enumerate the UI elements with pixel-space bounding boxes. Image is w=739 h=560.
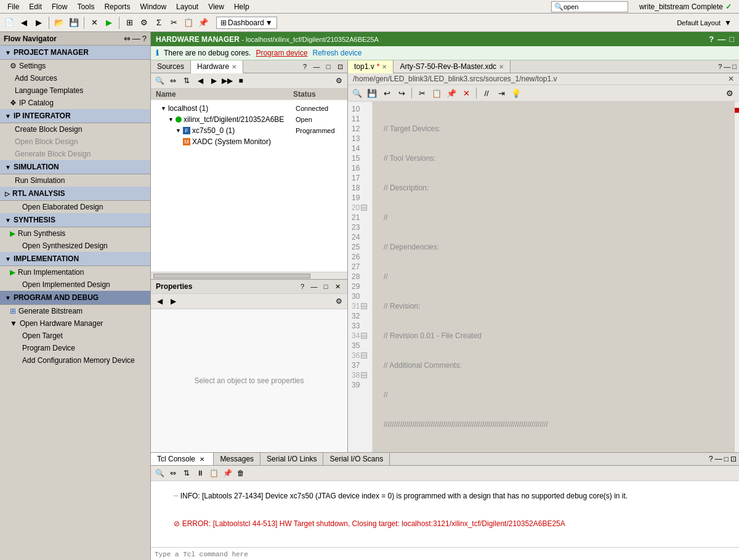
src-collapse-btn[interactable]: ⇔ xyxy=(167,75,179,87)
fold-btn-31[interactable]: — xyxy=(361,303,367,309)
ed-comment-btn[interactable]: // xyxy=(480,86,493,100)
props-gear-btn[interactable]: ⚙ xyxy=(333,295,345,307)
ed-save-btn[interactable]: 💾 xyxy=(365,86,379,100)
menu-edit[interactable]: Edit xyxy=(24,1,47,12)
back-btn[interactable]: ◀ xyxy=(17,16,31,30)
console-input[interactable] xyxy=(155,551,735,558)
props-min-icon[interactable]: — xyxy=(309,282,319,291)
props-max-icon[interactable]: ✕ xyxy=(333,282,342,291)
editor-path-close-icon[interactable]: ✕ xyxy=(728,75,734,83)
pad-header[interactable]: ▼ PROGRAM AND DEBUG xyxy=(0,291,150,305)
nav-ip-catalog[interactable]: ❖ IP Catalog xyxy=(0,97,150,109)
tab-hardware-close-icon[interactable]: ✕ xyxy=(232,63,236,70)
con-pause-btn[interactable]: ⏸ xyxy=(194,467,206,479)
hw-min-icon[interactable]: — xyxy=(717,34,725,44)
sources-scrollbar[interactable] xyxy=(151,272,347,279)
tree-row-localhost[interactable]: ▼ localhost (1) Connected xyxy=(151,103,347,114)
tab-help-icon[interactable]: ? xyxy=(300,62,310,71)
nav-open-elaborated-design[interactable]: Open Elaborated Design xyxy=(0,201,150,213)
new-file-btn[interactable]: 📄 xyxy=(2,16,16,30)
ed-light-btn[interactable]: 💡 xyxy=(509,86,523,100)
tab-sources[interactable]: Sources xyxy=(151,60,191,73)
help-icon[interactable]: ? xyxy=(142,34,147,43)
tcl-close-icon[interactable]: ✕ xyxy=(197,456,207,463)
ed-gear-btn[interactable]: ⚙ xyxy=(723,86,737,100)
nav-open-synthesized-design[interactable]: Open Synthesized Design xyxy=(0,240,150,252)
tab-hardware[interactable]: Hardware ✕ xyxy=(191,60,243,73)
close-btn[interactable]: ✕ xyxy=(87,16,101,30)
settings-btn[interactable]: ⚙ xyxy=(137,16,151,30)
forward-btn[interactable]: ▶ xyxy=(32,16,46,30)
menu-reports[interactable]: Reports xyxy=(99,1,135,12)
con-collapse-btn[interactable]: ⇔ xyxy=(167,467,179,479)
editor-min-icon[interactable]: — xyxy=(724,63,730,70)
tab-restore-icon[interactable]: □ xyxy=(323,62,333,71)
nav-add-sources[interactable]: Add Sources xyxy=(0,72,150,84)
con-restore-icon[interactable]: □ xyxy=(724,455,729,463)
ip-integrator-header[interactable]: ▼ IP INTEGRATOR xyxy=(0,109,150,123)
run-btn[interactable]: ▶ xyxy=(102,16,116,30)
console-tab-tcl[interactable]: Tcl Console ✕ xyxy=(151,453,214,465)
ed-cut-btn[interactable]: ✂ xyxy=(415,86,429,100)
simulation-header[interactable]: ▼ SIMULATION xyxy=(0,160,150,174)
con-paste-btn[interactable]: 📌 xyxy=(221,467,233,479)
ed-undo-btn[interactable]: ↩ xyxy=(380,86,394,100)
synthesis-header[interactable]: ▼ SYNTHESIS xyxy=(0,213,150,227)
con-search-btn[interactable]: 🔍 xyxy=(153,467,166,479)
hw-help-icon[interactable]: ? xyxy=(709,34,714,44)
ed-redo-btn[interactable]: ↪ xyxy=(395,86,408,100)
editor-tab-xdc[interactable]: Arty-S7-50-Rev-B-Master.xdc ✕ xyxy=(394,60,511,73)
props-fwd-btn[interactable]: ▶ xyxy=(167,295,179,307)
menu-tools[interactable]: Tools xyxy=(72,1,99,12)
nav-program-device[interactable]: Program Device xyxy=(0,342,150,354)
layout-dropdown-icon[interactable]: ▼ xyxy=(724,18,732,27)
tree-row-xc7s50[interactable]: ▼ F xc7s50_0 (1) Programmed xyxy=(151,125,347,136)
props-help-icon[interactable]: ? xyxy=(297,282,307,291)
project-manager-header[interactable]: ▼ PROJECT MANAGER xyxy=(0,46,150,60)
menu-flow[interactable]: Flow xyxy=(47,1,72,12)
menu-help[interactable]: Help xyxy=(229,1,254,12)
fold-btn-34[interactable]: — xyxy=(361,333,367,339)
collapse-icon[interactable]: ⇔ xyxy=(124,34,131,43)
nav-open-implemented-design[interactable]: Open Implemented Design xyxy=(0,278,150,291)
con-help-icon[interactable]: ? xyxy=(709,455,713,463)
nav-run-simulation[interactable]: Run Simulation xyxy=(0,174,150,187)
console-tab-serial-io-links[interactable]: Serial I/O Links xyxy=(260,453,323,465)
rtl-header[interactable]: ▷ RTL ANALYSIS xyxy=(0,187,150,201)
nav-open-target[interactable]: Open Target xyxy=(0,330,150,342)
editor-help-icon[interactable]: ? xyxy=(718,63,722,70)
tab-xdc-close-icon[interactable]: ✕ xyxy=(499,63,504,70)
search-box[interactable]: 🔍 xyxy=(551,1,628,12)
hw-restore-icon[interactable]: □ xyxy=(729,34,734,44)
src-play-btn[interactable]: ▶ xyxy=(208,75,220,87)
nav-create-block-design[interactable]: Create Block Design xyxy=(0,123,150,136)
nav-settings[interactable]: ⚙ Settings xyxy=(0,60,150,72)
tree-row-xadc[interactable]: M XADC (System Monitor) xyxy=(151,136,347,147)
copy-btn[interactable]: 📋 xyxy=(182,16,195,30)
tab-max-icon[interactable]: ⊡ xyxy=(335,62,345,71)
src-stop-btn[interactable]: ■ xyxy=(235,75,247,87)
ed-paste-btn[interactable]: 📌 xyxy=(445,86,458,100)
grid-btn[interactable]: ⊞ xyxy=(123,16,136,30)
tree-row-xilinx-tcf[interactable]: ▼ xilinx_tcf/Digilent/210352A6BE Open xyxy=(151,114,347,125)
nav-add-config-memory[interactable]: Add Configuration Memory Device xyxy=(0,354,150,367)
nav-language-templates[interactable]: Language Templates xyxy=(0,84,150,97)
props-restore-icon[interactable]: □ xyxy=(321,282,331,291)
console-tab-messages[interactable]: Messages xyxy=(214,453,260,465)
tab-top1v-close-icon[interactable]: ✕ xyxy=(382,63,387,70)
tab-min-icon[interactable]: — xyxy=(312,62,321,71)
paste-btn[interactable]: 📌 xyxy=(196,16,210,30)
ed-search-btn[interactable]: 🔍 xyxy=(350,86,364,100)
menu-layout[interactable]: Layout xyxy=(171,1,203,12)
dashboard-btn[interactable]: ⊞ Dashboard ▼ xyxy=(216,17,277,29)
console-tab-serial-io-scans[interactable]: Serial I/O Scans xyxy=(323,453,390,465)
src-search-btn[interactable]: 🔍 xyxy=(153,75,166,87)
con-max-icon[interactable]: ⊡ xyxy=(730,455,737,463)
editor-tab-top1v[interactable]: top1.v * ✕ xyxy=(348,60,394,73)
fold-btn-36[interactable]: — xyxy=(361,352,367,359)
src-prev-btn[interactable]: ◀ xyxy=(194,75,206,87)
ed-delete-btn[interactable]: ✕ xyxy=(459,86,473,100)
sum-btn[interactable]: Σ xyxy=(152,16,166,30)
save-btn[interactable]: 💾 xyxy=(67,16,81,30)
ed-indent-btn[interactable]: ⇥ xyxy=(495,86,508,100)
